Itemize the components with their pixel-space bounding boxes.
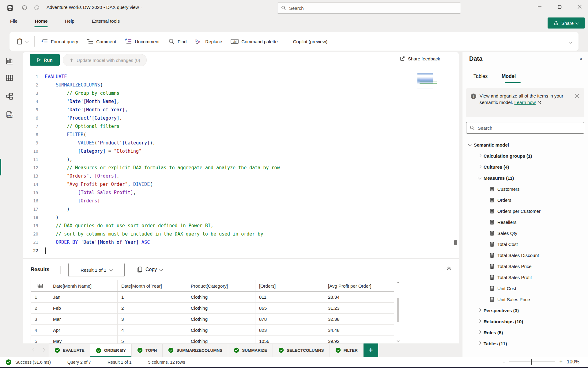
tree-item-orders-per-customer[interactable]: Orders per Customer xyxy=(462,205,588,217)
tab-external-tools[interactable]: External tools xyxy=(92,18,120,24)
code-line[interactable]: 12 // Measures or explicit DAX formulas … xyxy=(23,164,459,172)
code-line[interactable]: 13 "Orders", [Orders], xyxy=(23,172,459,180)
query-tab-order-by[interactable]: ORDER BY xyxy=(90,343,132,357)
copilot-preview--button[interactable]: Copilot (preview) xyxy=(286,35,332,48)
code-line[interactable]: 8 FILTER( xyxy=(23,131,459,139)
find-button[interactable]: Find xyxy=(164,35,191,48)
code-line[interactable]: 3 // Group by columns xyxy=(23,89,459,98)
tabs-scroll-right-icon[interactable] xyxy=(41,348,45,351)
close-button[interactable] xyxy=(573,2,586,12)
banner-close-icon[interactable] xyxy=(575,94,579,98)
code-line[interactable]: 19 // DAX queries do not use sort order … xyxy=(23,222,459,230)
results-scrollbar[interactable] xyxy=(396,280,401,344)
model-view-icon[interactable] xyxy=(4,91,15,102)
comment-button[interactable]: Comment xyxy=(82,35,120,48)
result-selector-dropdown[interactable]: Result 1 of 1 xyxy=(68,263,125,277)
code-line[interactable]: 6 'Product'[Category], xyxy=(23,114,459,122)
code-editor[interactable]: 1EVALUATE2 SUMMARIZECOLUMNS(3 // Group b… xyxy=(23,69,459,258)
global-search-input[interactable]: Search xyxy=(277,2,461,13)
table-row[interactable]: 4Apr4Clothing82334.48 xyxy=(31,325,394,336)
tabs-scroll-left-icon[interactable] xyxy=(32,348,36,351)
add-query-tab-button[interactable]: + xyxy=(364,343,378,357)
code-line[interactable]: 22 xyxy=(23,247,459,255)
paste-dropdown-chevron[interactable] xyxy=(25,39,28,43)
undo-icon[interactable] xyxy=(19,3,29,13)
tree-item-resellers[interactable]: Resellers xyxy=(462,217,588,228)
tree-item-unit-cost[interactable]: Unit Cost xyxy=(462,283,588,294)
code-line[interactable]: 11 ), xyxy=(23,155,459,164)
external-link-icon[interactable] xyxy=(537,101,541,105)
table-row[interactable]: 5May5Clothing105639.92 xyxy=(31,336,394,344)
update-model-button[interactable]: Update model with changes (0) xyxy=(63,54,147,66)
title-suffix-mark[interactable]: · xyxy=(141,5,142,10)
table-view-icon[interactable] xyxy=(4,73,15,83)
chevron-down-icon[interactable] xyxy=(478,176,481,179)
query-tab-summarizecolumns[interactable]: SUMMARIZECOLUMNS xyxy=(163,343,228,357)
query-tab-summarize[interactable]: SUMMARIZE xyxy=(228,343,273,357)
chevron-right-icon[interactable] xyxy=(478,308,481,312)
zoom-in-button[interactable]: + xyxy=(560,359,563,365)
tree-item-calculation-groups-1-[interactable]: Calculation groups (1) xyxy=(462,150,588,161)
save-icon[interactable] xyxy=(5,3,15,13)
tree-item-unit-sales-price[interactable]: Unit Sales Price xyxy=(462,294,588,305)
table-row[interactable]: 3Mar3Clothing87832.38 xyxy=(31,314,394,325)
redo-icon[interactable] xyxy=(32,3,42,13)
report-view-icon[interactable] xyxy=(4,56,15,66)
tree-item-sales-qty[interactable]: Sales Qty xyxy=(462,228,588,239)
code-line[interactable]: 4 'Date'[Month Name], xyxy=(23,98,459,106)
tree-item-roles-5-[interactable]: Roles (5) xyxy=(462,327,588,338)
tree-item-tables-11-[interactable]: Tables (11) xyxy=(462,338,588,349)
collapse-results-icon[interactable] xyxy=(446,266,452,271)
data-pane-tab-tables[interactable]: Tables xyxy=(473,74,488,79)
tree-item-semantic-model[interactable]: Semantic model xyxy=(462,139,588,150)
tree-item-total-sales-discount[interactable]: Total Sales Discount xyxy=(462,250,588,261)
query-tab-selectcolumns[interactable]: SELECTCOLUMNS xyxy=(273,343,330,357)
code-line[interactable]: 17 ) xyxy=(23,205,459,213)
tab-help[interactable]: Help xyxy=(65,18,74,24)
ribbon-collapse-chevron[interactable] xyxy=(569,39,579,44)
chevron-right-icon[interactable] xyxy=(478,165,481,168)
code-line[interactable]: 18 ) xyxy=(23,213,459,222)
collapse-pane-icon[interactable]: » xyxy=(579,56,582,62)
share-feedback-link[interactable]: Share feedback xyxy=(400,56,440,61)
editor-scrollbar-thumb[interactable] xyxy=(454,240,457,245)
tab-file[interactable]: File xyxy=(10,18,17,24)
table-row[interactable]: 1Jan1Clothing81128.34 xyxy=(31,292,394,303)
code-line[interactable]: 20 // sort by columns must be included i… xyxy=(23,230,459,238)
minimize-button[interactable] xyxy=(533,2,546,12)
data-pane-tab-model[interactable]: Model xyxy=(502,74,516,79)
query-tab-filter[interactable]: FILTER xyxy=(330,343,364,357)
code-line[interactable]: 21 ORDER BY 'Date'[Month of Year] ASC xyxy=(23,238,459,247)
dax-query-view-icon[interactable]: DAX xyxy=(4,110,15,120)
maximize-button[interactable] xyxy=(553,2,566,12)
code-line[interactable]: 7 // Optional filters xyxy=(23,122,459,131)
tree-item-total-cost[interactable]: Total Cost xyxy=(462,239,588,250)
query-tab-evaluate[interactable]: EVALUATE xyxy=(49,343,90,357)
tree-item-cultures-4-[interactable]: Cultures (4) xyxy=(462,161,588,172)
code-line[interactable]: 15 [Total Sales Profit], xyxy=(23,189,459,197)
chevron-right-icon[interactable] xyxy=(478,330,481,334)
code-line[interactable]: 10 [Category] = "Clothing" xyxy=(23,147,459,155)
zoom-slider[interactable] xyxy=(509,362,555,362)
query-tab-topn[interactable]: TOPN xyxy=(132,343,163,357)
zoom-slider-handle[interactable] xyxy=(531,359,532,365)
learn-how-link[interactable]: Learn how xyxy=(514,100,536,105)
paste-button[interactable] xyxy=(12,35,32,48)
share-button[interactable]: Share xyxy=(548,17,585,29)
replace-button[interactable]: bcReplace xyxy=(191,35,226,48)
code-line[interactable]: 9 VALUES('Product'[Category]), xyxy=(23,139,459,147)
format-query-button[interactable]: Format query xyxy=(36,35,82,48)
zoom-out-button[interactable]: - xyxy=(503,359,505,365)
uncomment-button[interactable]: Uncomment xyxy=(120,35,164,48)
tab-home[interactable]: Home xyxy=(35,18,48,24)
tree-item-total-sales-profit[interactable]: Total Sales Profit xyxy=(462,272,588,283)
code-line[interactable]: 1EVALUATE xyxy=(23,73,459,81)
chevron-right-icon[interactable] xyxy=(478,154,481,157)
chevron-right-icon[interactable] xyxy=(478,341,481,345)
code-line[interactable]: 5 'Date'[Month of Year], xyxy=(23,106,459,114)
code-line[interactable]: 16 [Orders] xyxy=(23,197,459,205)
tree-item-relationships-10-[interactable]: Relationships (10) xyxy=(462,316,588,327)
command-palette-button[interactable]: ablCommand palette xyxy=(226,35,282,48)
tree-item-customers[interactable]: Customers xyxy=(462,183,588,194)
tree-item-total-sales-price[interactable]: Total Sales Price xyxy=(462,261,588,272)
